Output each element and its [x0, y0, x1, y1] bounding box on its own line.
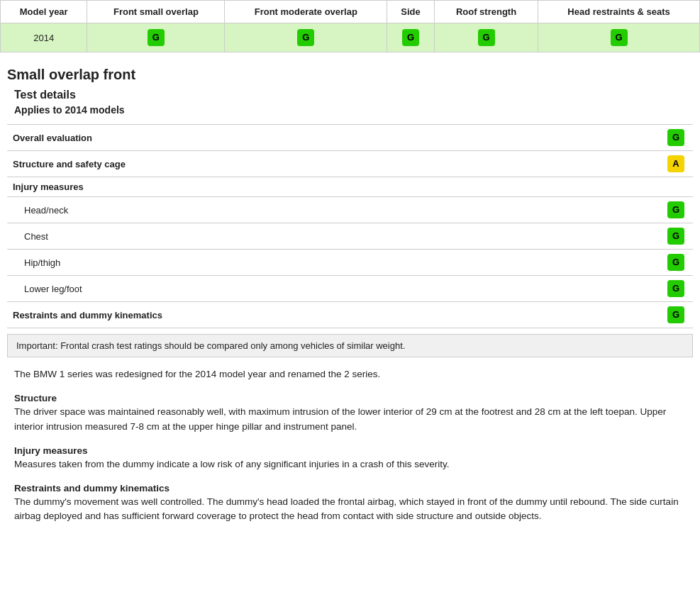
col-header-roof: Roof strength [434, 1, 538, 23]
detail-row: Head/neck G [7, 197, 693, 223]
detail-badge: G [667, 129, 684, 146]
col-header-model-year: Model year [1, 1, 87, 23]
cell-roof: G [434, 23, 538, 52]
badge-front-moderate: G [297, 29, 314, 46]
section-title: Small overlap front [7, 67, 693, 83]
notice-box: Important: Frontal crash test ratings sh… [7, 334, 693, 357]
detail-row: Restraints and dummy kinematics G [7, 302, 693, 328]
detail-badge: G [667, 228, 684, 245]
section-body-text: Measures taken from the dummy indicate a… [7, 457, 693, 472]
detail-label: Structure and safety cage [7, 151, 624, 177]
detail-badge-col: G [624, 125, 693, 151]
table-row: 2014 G G G G G [1, 23, 700, 52]
badge-head-restraints: G [611, 29, 628, 46]
detail-row: Injury measures [7, 177, 693, 197]
detail-badge-col: G [624, 197, 693, 223]
detail-badge-col [624, 177, 693, 197]
detail-label: Injury measures [7, 177, 624, 197]
cell-side: G [387, 23, 435, 52]
summary-table: Model year Front small overlap Front mod… [0, 0, 700, 52]
col-header-head-restraints: Head restraints & seats [538, 1, 700, 23]
intro-text: The BMW 1 series was redesigned for the … [7, 367, 693, 381]
detail-badge-col: A [624, 151, 693, 177]
detail-badge-col: G [624, 223, 693, 250]
detail-badge: A [667, 155, 684, 172]
detail-row: Hip/thigh G [7, 250, 693, 276]
cell-head-restraints: G [538, 23, 700, 52]
detail-badge: G [667, 306, 684, 323]
detail-badge: G [667, 280, 684, 297]
test-details-label: Test details [7, 89, 693, 101]
detail-label: Chest [7, 223, 624, 250]
section-body-text: The driver space was maintained reasonab… [7, 405, 693, 434]
detail-row: Lower leg/foot G [7, 276, 693, 302]
detail-label: Lower leg/foot [7, 276, 624, 302]
detail-label: Restraints and dummy kinematics [7, 302, 624, 328]
col-header-side: Side [387, 1, 435, 23]
cell-year: 2014 [1, 23, 87, 52]
badge-roof: G [478, 29, 495, 46]
detail-badge: G [667, 201, 684, 218]
col-header-front-small: Front small overlap [87, 1, 225, 23]
detail-label: Head/neck [7, 197, 624, 223]
detail-badge-col: G [624, 250, 693, 276]
detail-table: Overall evaluation G Structure and safet… [7, 124, 693, 328]
detail-row: Overall evaluation G [7, 125, 693, 151]
applies-label: Applies to 2014 models [7, 104, 693, 116]
detail-row: Structure and safety cage A [7, 151, 693, 177]
section-body-text: The dummy's movement was well controlled… [7, 495, 693, 524]
badge-side: G [402, 29, 419, 46]
cell-front-small: G [87, 23, 225, 52]
detail-badge-col: G [624, 276, 693, 302]
section-heading: Structure [7, 389, 693, 405]
detail-row: Chest G [7, 223, 693, 250]
section-heading: Restraints and dummy kinematics [7, 479, 693, 495]
detail-label: Overall evaluation [7, 125, 624, 151]
detail-badge-col: G [624, 302, 693, 328]
cell-front-moderate: G [225, 23, 387, 52]
detail-section: Small overlap front Test details Applies… [0, 52, 700, 538]
detail-label: Hip/thigh [7, 250, 624, 276]
badge-front-small: G [148, 29, 165, 46]
section-heading: Injury measures [7, 441, 693, 457]
col-header-front-moderate: Front moderate overlap [225, 1, 387, 23]
detail-badge: G [667, 254, 684, 271]
